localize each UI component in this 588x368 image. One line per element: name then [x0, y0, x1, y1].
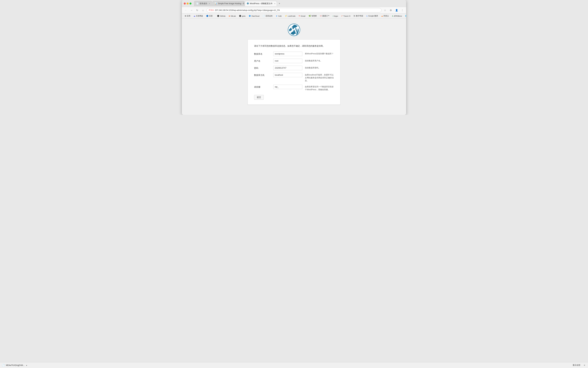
apk-icon: A	[392, 15, 393, 17]
bookmark-label: APKMirror	[394, 15, 402, 17]
bookmark-label: 百度	[209, 15, 213, 17]
bookmark-label: DaoCloud	[252, 15, 259, 17]
bookmark-travis[interactable]: ✔ Travis CI	[340, 15, 352, 17]
bookmark-aliyun[interactable]: ☁ 阿里云	[380, 14, 390, 18]
bookmark-label: Google 翻译	[368, 15, 378, 17]
bookmark-github[interactable]: ⚫ GitHub	[216, 15, 227, 17]
input-wrap-dbprefix	[273, 85, 302, 89]
input-dbuser[interactable]	[273, 59, 302, 63]
input-wrap-dbpassword	[273, 66, 302, 70]
bookmark-gitlab[interactable]: ◆ GitLab	[227, 15, 237, 17]
bookmark-zhihushu[interactable]: 🌿 智慧树	[307, 14, 318, 18]
address-bar[interactable]: 不安全 207.246.108.54:1018/wp-admin/setup-c…	[207, 8, 381, 12]
traffic-lights	[184, 3, 191, 4]
maximize-button[interactable]	[190, 3, 191, 4]
back-button[interactable]: ←	[183, 8, 188, 12]
bookmark-gists[interactable]: ⚫ gists	[238, 15, 247, 17]
svg-text:W: W	[291, 26, 297, 33]
minimize-button[interactable]	[187, 3, 189, 4]
new-tab-button[interactable]: +	[277, 1, 282, 6]
tab-label-2: Simple Free Image Hosting - S	[218, 2, 244, 5]
bookmark-baidu[interactable]: 🔵 百度	[205, 14, 214, 18]
submit-row: 提交	[254, 94, 334, 100]
bookmark-apkmirror[interactable]: A APKMirror	[391, 15, 403, 17]
digit-icon: 数	[353, 15, 355, 17]
submit-button[interactable]: 提交	[254, 95, 264, 100]
bookmark-baidupan[interactable]: ☁ 百度网盘	[192, 14, 204, 18]
bookmark-imgur[interactable]: i Imgur	[331, 15, 340, 17]
bookmark-leetcode[interactable]: ⚡ LeetCode	[284, 15, 297, 17]
input-wrap-dbhost	[273, 73, 302, 77]
tab-wordpress-setup[interactable]: 🅦 WordPress › 调整配置文件 ✕	[245, 1, 277, 6]
label-dbpassword: 密码	[254, 66, 273, 70]
url-text: 207.246.108.54:1018/wp-admin/setup-confi…	[215, 9, 280, 11]
bookmark-label: Imgur	[334, 15, 338, 17]
bookmark-daocloud[interactable]: 🔷 DaoCloud	[247, 15, 261, 17]
bookmark-label: 阿里云	[384, 15, 389, 17]
tab-close-1[interactable]: ✕	[209, 3, 210, 4]
bookmark-label: Vultr	[278, 15, 282, 17]
aliyun-icon: ☁	[381, 15, 383, 17]
input-wrap-dbname	[273, 52, 302, 56]
chart-icon: 📊	[215, 2, 217, 5]
input-dbhost[interactable]	[273, 73, 302, 77]
hint-dbhost: 如果localhost不能用，您通常可以从网站服务提供商处得到正确的信息。	[305, 73, 334, 82]
bookmark-button[interactable]: ☆	[383, 8, 387, 12]
github-icon: ⚫	[217, 15, 219, 17]
bookmark-label: Travis CI	[343, 15, 350, 17]
bookmarks-bar: ⊞ 应用 ☁ 百度网盘 🔵 百度 ⚫ GitHub ◆ GitLab ⚫ gis…	[182, 13, 406, 18]
escape-icon: 🌐	[405, 15, 406, 17]
input-dbprefix[interactable]	[273, 85, 302, 89]
form-row-dbpassword: 密码 您的数据库密码。	[254, 66, 334, 70]
profile-button[interactable]: 👤	[394, 8, 399, 12]
extensions-button[interactable]: ⚙	[389, 8, 393, 12]
gitlab-icon: ◆	[229, 15, 230, 17]
input-dbname[interactable]	[273, 52, 302, 56]
label-dbname: 数据库名	[254, 52, 273, 55]
menu-button[interactable]: ⋮	[400, 8, 405, 12]
vultr-icon: ▼	[276, 15, 278, 17]
bookmark-digit[interactable]: 数 数字帝国	[352, 14, 364, 18]
card-description: 请在下方填写您的数据库连接信息。如果您不确定，请联系您的服务提供商。	[254, 44, 334, 48]
input-wrap-dbuser	[273, 59, 302, 63]
bookmark-label: 数字帝国	[356, 15, 363, 17]
gists-icon: ⚫	[239, 15, 241, 17]
tab-image-hosting[interactable]: 📊 Simple Free Image Hosting - S ✕	[212, 1, 244, 6]
bookmark-google-translate[interactable]: G Google 翻译	[365, 14, 379, 18]
wordpress-logo: W	[288, 23, 300, 36]
input-dbpassword[interactable]	[273, 66, 302, 70]
bookmark-jiangwang[interactable]: 🛡 疆通汪™	[319, 14, 331, 18]
bookmark-label: GitHub	[220, 15, 226, 17]
tab-close-3[interactable]: ✕	[274, 3, 275, 4]
label-dbuser: 用户名	[254, 59, 273, 63]
home-button[interactable]: ⌂	[201, 8, 205, 12]
bookmark-vultr[interactable]: ▼ Vultr	[274, 15, 283, 17]
form-row-dbhost: 数据库主机 如果localhost不能用，您通常可以从网站服务提供商处得到正确的…	[254, 73, 334, 82]
label-dbprefix: 表前缀	[254, 85, 273, 89]
address-bar-row: ← → ↻ ⌂ 不安全 207.246.108.54:1018/wp-admin…	[182, 7, 406, 13]
bookmark-escape[interactable]: 🌐 逃比根据地	[404, 14, 406, 18]
daocloud-icon: 🔷	[249, 15, 251, 17]
close-button[interactable]	[184, 3, 186, 4]
baidu-icon: ☁	[194, 15, 195, 17]
gmail-icon: ✉	[299, 15, 300, 17]
form-row-dbuser: 用户名 您的数据库用户名。	[254, 59, 334, 63]
hint-dbpassword: 您的数据库密码。	[305, 66, 334, 69]
bookmark-label: 百度网盘	[196, 15, 203, 17]
bookmark-thunder[interactable]: 📄 迅雷远程	[261, 14, 274, 18]
title-bar: 📄 登录成功 ✕ 📊 Simple Free Image Hosting - S…	[182, 0, 406, 7]
bookmark-gmail[interactable]: ✉ Gmail	[297, 15, 307, 17]
setup-card: 请在下方填写您的数据库连接信息。如果您不确定，请联系您的服务提供商。 数据库名 …	[248, 39, 340, 105]
tab-login[interactable]: 📄 登录成功 ✕	[194, 1, 212, 6]
bookmark-label: Gmail	[301, 15, 305, 17]
reload-button[interactable]: ↻	[195, 8, 199, 12]
bookmark-apps[interactable]: ⊞ 应用	[183, 14, 192, 18]
apps-icon: ⊞	[185, 15, 186, 17]
forward-button[interactable]: →	[189, 8, 194, 12]
hint-dbprefix: 如果您希望在同一个数据库安装多个WordPress，请修改前缀。	[305, 85, 334, 91]
tab-label: 登录成功	[199, 2, 207, 5]
form-row-dbname: 数据库名 将WordPress安装到哪个数据库？	[254, 52, 334, 56]
browser-window: 📄 登录成功 ✕ 📊 Simple Free Image Hosting - S…	[182, 0, 406, 115]
wp-tab-icon: 🅦	[247, 2, 249, 5]
label-dbhost: 数据库主机	[254, 73, 273, 77]
